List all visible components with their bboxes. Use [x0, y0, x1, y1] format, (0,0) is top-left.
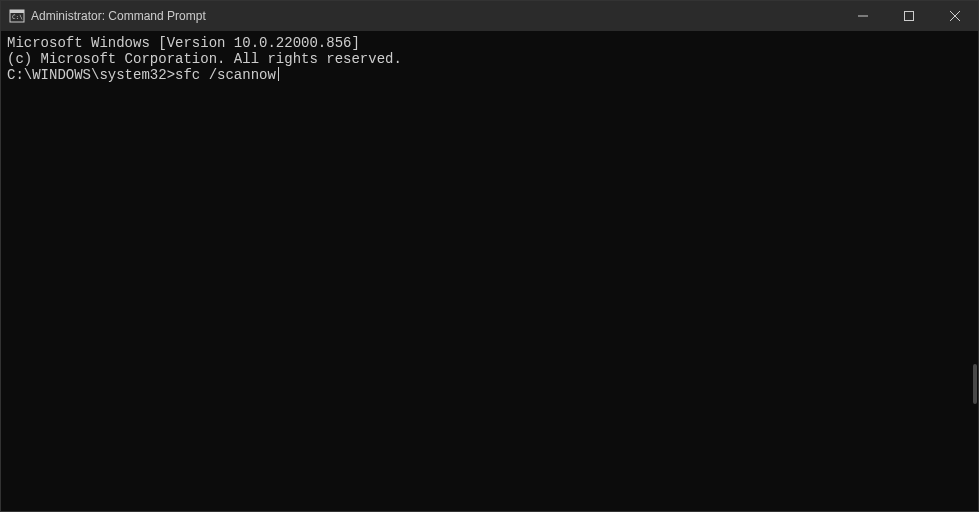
copyright-line: (c) Microsoft Corporation. All rights re… — [7, 51, 972, 67]
scrollbar[interactable] — [971, 30, 977, 504]
terminal-output[interactable]: Microsoft Windows [Version 10.0.22000.85… — [1, 31, 978, 511]
minimize-button[interactable] — [840, 1, 886, 31]
cursor — [278, 67, 279, 81]
cmd-icon: C:\ — [9, 8, 25, 24]
close-button[interactable] — [932, 1, 978, 31]
window-title: Administrator: Command Prompt — [31, 9, 840, 23]
svg-rect-4 — [905, 12, 914, 21]
maximize-button[interactable] — [886, 1, 932, 31]
version-line: Microsoft Windows [Version 10.0.22000.85… — [7, 35, 972, 51]
window-controls — [840, 1, 978, 31]
scrollbar-thumb[interactable] — [973, 364, 977, 404]
svg-text:C:\: C:\ — [12, 13, 23, 20]
prompt-line: C:\WINDOWS\system32>sfc /scannow — [7, 67, 972, 83]
titlebar[interactable]: C:\ Administrator: Command Prompt — [1, 1, 978, 31]
prompt-path: C:\WINDOWS\system32> — [7, 67, 175, 83]
command-prompt-window: C:\ Administrator: Command Prompt Micros… — [0, 0, 979, 512]
command-input[interactable]: sfc /scannow — [175, 67, 276, 83]
